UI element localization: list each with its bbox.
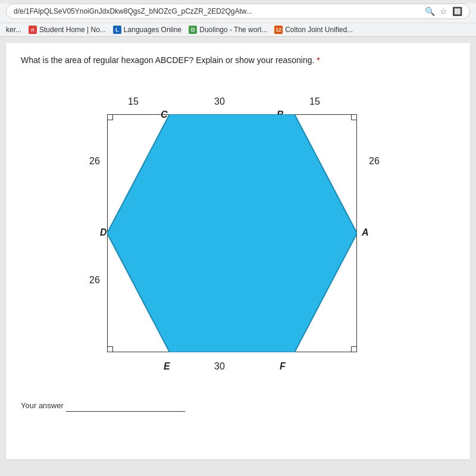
- required-star: *: [317, 55, 320, 65]
- bookmark-colton[interactable]: 12 Colton Joint Unified...: [274, 26, 353, 34]
- vertex-label-e: E: [164, 361, 170, 372]
- star-icon: ☆: [440, 7, 447, 16]
- bookmark-ker[interactable]: ker...: [6, 26, 21, 34]
- browser-chrome: d/e/1FAlpQLSeV05YnoiGnJdxDkw8QgsZ_bNOZcG…: [0, 4, 476, 37]
- question-text: What is the area of regular hexagon ABCD…: [21, 55, 455, 67]
- address-icons: 🔍 ☆ 🔲: [425, 7, 462, 16]
- top-dim-left: 15: [128, 96, 139, 107]
- bookmark-colton-label: Colton Joint Unified...: [285, 26, 353, 34]
- page-content: What is the area of regular hexagon ABCD…: [6, 43, 470, 459]
- bookmarks-bar: ker... n Student Home | No... L Language…: [0, 23, 476, 36]
- question-body: What is the area of regular hexagon ABCD…: [21, 55, 314, 65]
- top-dim-center: 30: [214, 96, 225, 107]
- bookmark-ker-text: ker...: [6, 26, 21, 34]
- bookmark-languages[interactable]: L Languages Online: [113, 26, 181, 34]
- bookmark-duolingo-icon: D: [189, 26, 197, 34]
- left-dim-bottom: 26: [89, 275, 100, 286]
- answer-label: Your answer: [21, 401, 64, 410]
- address-bar[interactable]: d/e/1FAlpQLSeV05YnoiGnJdxDkw8QgsZ_bNOZcG…: [6, 4, 470, 19]
- answer-input-line: Your answer: [21, 400, 455, 412]
- right-dim-top: 26: [369, 156, 380, 167]
- bookmark-languages-label: Languages Online: [124, 26, 181, 34]
- vertex-label-f: F: [280, 361, 286, 372]
- answer-area: Your answer: [21, 400, 455, 412]
- bookmark-student-home-icon: n: [29, 26, 37, 34]
- address-text: d/e/1FAlpQLSeV05YnoiGnJdxDkw8QgsZ_bNOZcG…: [14, 7, 420, 15]
- left-dim-top: 26: [89, 156, 100, 167]
- bookmark-duolingo-label: Duolingo - The worl...: [199, 26, 267, 34]
- search-icon: 🔍: [425, 7, 435, 16]
- bookmark-colton-icon: 12: [274, 26, 283, 34]
- bottom-dim-center: 30: [214, 361, 225, 372]
- bookmark-student-home-label: Student Home | No...: [39, 26, 106, 34]
- diagram-container: 15 C 30 B 15 26 26 26 D A E 30 F: [71, 79, 405, 388]
- extension-icon: 🔲: [452, 7, 462, 16]
- vertex-label-a: A: [362, 227, 369, 238]
- vertex-label-d: D: [100, 227, 107, 238]
- hexagon-svg: [107, 114, 357, 352]
- answer-underline: [66, 400, 185, 412]
- top-dim-right: 15: [309, 96, 320, 107]
- bookmark-student-home[interactable]: n Student Home | No...: [29, 26, 106, 34]
- bookmark-languages-icon: L: [113, 26, 121, 34]
- bookmark-duolingo[interactable]: D Duolingo - The worl...: [189, 26, 267, 34]
- hexagon-shape: [107, 114, 357, 352]
